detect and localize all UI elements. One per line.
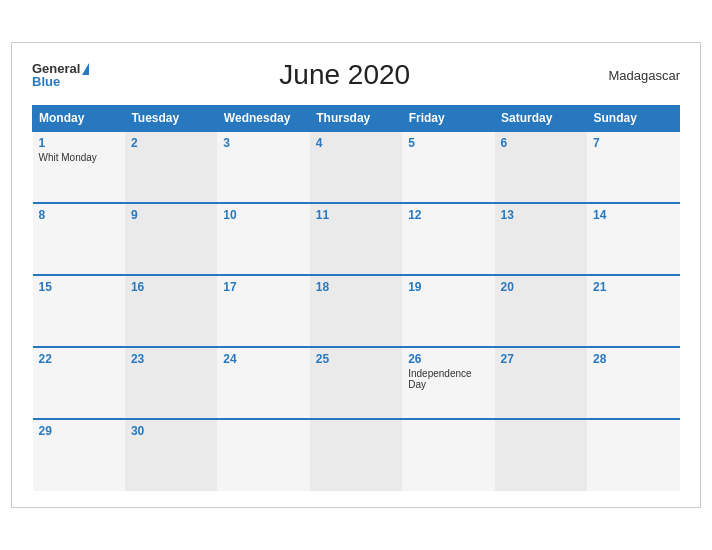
day-number: 4 (316, 136, 396, 150)
col-saturday: Saturday (495, 106, 587, 132)
day-cell (217, 419, 309, 491)
day-cell: 5 (402, 131, 494, 203)
day-number: 1 (39, 136, 119, 150)
day-cell (587, 419, 679, 491)
day-cell: 17 (217, 275, 309, 347)
day-number: 26 (408, 352, 488, 366)
week-row-5: 2930 (33, 419, 680, 491)
day-cell: 15 (33, 275, 125, 347)
day-number: 14 (593, 208, 673, 222)
day-number: 11 (316, 208, 396, 222)
day-number: 30 (131, 424, 211, 438)
day-cell: 10 (217, 203, 309, 275)
col-wednesday: Wednesday (217, 106, 309, 132)
day-number: 7 (593, 136, 673, 150)
day-number: 13 (501, 208, 581, 222)
day-cell (402, 419, 494, 491)
logo-triangle-icon (82, 63, 89, 75)
day-cell: 9 (125, 203, 217, 275)
day-event: Whit Monday (39, 152, 119, 163)
day-cell: 24 (217, 347, 309, 419)
day-cell: 21 (587, 275, 679, 347)
day-cell: 16 (125, 275, 217, 347)
day-cell: 2 (125, 131, 217, 203)
calendar-body: 1Whit Monday2345678910111213141516171819… (33, 131, 680, 491)
day-number: 17 (223, 280, 303, 294)
calendar-title: June 2020 (89, 59, 600, 91)
week-row-3: 15161718192021 (33, 275, 680, 347)
day-number: 2 (131, 136, 211, 150)
day-number: 8 (39, 208, 119, 222)
day-event: Independence Day (408, 368, 488, 390)
day-number: 29 (39, 424, 119, 438)
day-cell: 20 (495, 275, 587, 347)
day-number: 28 (593, 352, 673, 366)
week-row-4: 2223242526Independence Day2728 (33, 347, 680, 419)
day-cell: 7 (587, 131, 679, 203)
day-number: 16 (131, 280, 211, 294)
logo-blue-text: Blue (32, 75, 89, 88)
col-sunday: Sunday (587, 106, 679, 132)
col-friday: Friday (402, 106, 494, 132)
day-number: 15 (39, 280, 119, 294)
day-cell: 11 (310, 203, 402, 275)
day-cell: 4 (310, 131, 402, 203)
calendar-header: General Blue June 2020 Madagascar (32, 59, 680, 91)
day-number: 12 (408, 208, 488, 222)
day-cell: 12 (402, 203, 494, 275)
day-number: 3 (223, 136, 303, 150)
logo: General Blue (32, 62, 89, 88)
week-row-2: 891011121314 (33, 203, 680, 275)
day-cell: 14 (587, 203, 679, 275)
day-number: 27 (501, 352, 581, 366)
day-cell (310, 419, 402, 491)
day-number: 9 (131, 208, 211, 222)
day-number: 19 (408, 280, 488, 294)
day-cell: 29 (33, 419, 125, 491)
calendar-container: General Blue June 2020 Madagascar Monday… (11, 42, 701, 508)
day-cell: 1Whit Monday (33, 131, 125, 203)
day-number: 21 (593, 280, 673, 294)
day-number: 22 (39, 352, 119, 366)
day-cell: 8 (33, 203, 125, 275)
day-cell: 26Independence Day (402, 347, 494, 419)
day-number: 10 (223, 208, 303, 222)
day-cell: 27 (495, 347, 587, 419)
day-cell: 30 (125, 419, 217, 491)
day-cell: 13 (495, 203, 587, 275)
day-cell: 22 (33, 347, 125, 419)
day-number: 5 (408, 136, 488, 150)
day-cell: 25 (310, 347, 402, 419)
col-thursday: Thursday (310, 106, 402, 132)
day-number: 23 (131, 352, 211, 366)
day-cell: 18 (310, 275, 402, 347)
weekday-header-row: Monday Tuesday Wednesday Thursday Friday… (33, 106, 680, 132)
calendar-country: Madagascar (600, 68, 680, 83)
day-number: 20 (501, 280, 581, 294)
col-monday: Monday (33, 106, 125, 132)
day-cell: 19 (402, 275, 494, 347)
day-cell: 28 (587, 347, 679, 419)
day-cell: 3 (217, 131, 309, 203)
day-number: 25 (316, 352, 396, 366)
day-cell: 23 (125, 347, 217, 419)
col-tuesday: Tuesday (125, 106, 217, 132)
day-number: 18 (316, 280, 396, 294)
day-cell: 6 (495, 131, 587, 203)
week-row-1: 1Whit Monday234567 (33, 131, 680, 203)
calendar-grid: Monday Tuesday Wednesday Thursday Friday… (32, 105, 680, 491)
day-number: 24 (223, 352, 303, 366)
day-cell (495, 419, 587, 491)
day-number: 6 (501, 136, 581, 150)
